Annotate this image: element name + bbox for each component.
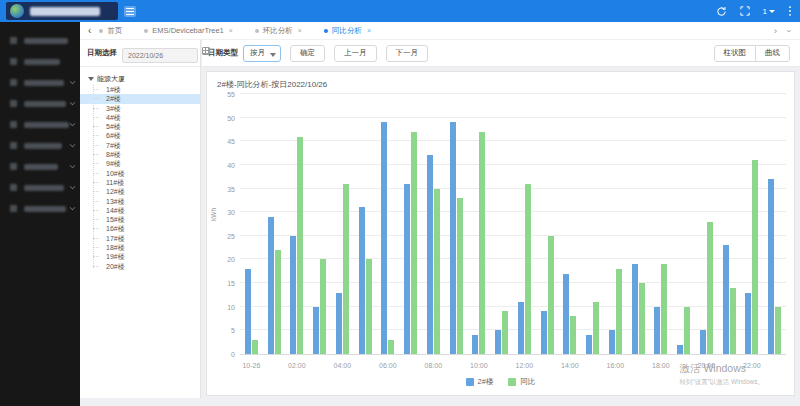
tree-item-20[interactable]: 20#楼 (80, 262, 200, 271)
chart-bar-2#楼[interactable] (768, 179, 774, 354)
chart-bar-同比[interactable] (252, 340, 258, 354)
tree-item-16[interactable]: 16#楼 (80, 224, 200, 233)
tree-item-9[interactable]: 9#楼 (80, 159, 200, 168)
tree-item-2[interactable]: 2#楼 (80, 94, 200, 103)
chart-bar-同比[interactable] (752, 160, 758, 354)
tree-root-node[interactable]: 能源大厦 (80, 74, 200, 84)
chart-bar-同比[interactable] (502, 311, 508, 354)
chart-bar-同比[interactable] (661, 264, 667, 354)
tree-item-6[interactable]: 6#楼 (80, 131, 200, 140)
tabs-dropdown-icon[interactable]: › (784, 29, 794, 32)
chart-bar-同比[interactable] (479, 132, 485, 354)
tree-item-18[interactable]: 18#楼 (80, 243, 200, 252)
chart-bar-2#楼[interactable] (404, 184, 410, 354)
tab-item-4[interactable]: 同比分析× (324, 26, 371, 36)
chart-bar-2#楼[interactable] (381, 122, 387, 354)
sidebar-item-blurred-4[interactable] (0, 93, 80, 114)
tree-item-10[interactable]: 10#楼 (80, 169, 200, 178)
chart-bar-2#楼[interactable] (245, 269, 251, 354)
chart-bar-同比[interactable] (707, 222, 713, 354)
user-menu[interactable]: 1 (763, 7, 775, 16)
chart-bar-2#楼[interactable] (563, 274, 569, 354)
chart-bar-2#楼[interactable] (700, 330, 706, 354)
sidebar-item-blurred-6[interactable] (0, 135, 80, 156)
chart-bar-2#楼[interactable] (609, 330, 615, 354)
tab-item-2[interactable]: EMS/DevicebarTree1× (144, 26, 233, 35)
chart-bar-同比[interactable] (593, 302, 599, 354)
tree-item-11[interactable]: 11#楼 (80, 178, 200, 187)
tree-item-4[interactable]: 4#楼 (80, 113, 200, 122)
refresh-icon[interactable] (716, 6, 727, 17)
tree-item-5[interactable]: 5#楼 (80, 122, 200, 131)
tree-item-12[interactable]: 12#楼 (80, 187, 200, 196)
sidebar-item-blurred-2[interactable] (0, 51, 80, 72)
sidebar-item-blurred-3[interactable] (0, 72, 80, 93)
chart-bar-同比[interactable] (457, 198, 463, 354)
chart-bar-同比[interactable] (388, 340, 394, 354)
calendar-icon[interactable] (202, 47, 210, 55)
tab-close-icon[interactable]: × (298, 27, 302, 34)
confirm-button[interactable]: 确定 (290, 45, 325, 62)
collapse-menu-icon[interactable] (124, 6, 136, 17)
chart-bar-同比[interactable] (684, 307, 690, 354)
next-month-button[interactable]: 下一月 (386, 45, 429, 62)
bar-chart-button[interactable]: 柱状图 (714, 45, 757, 62)
tree-item-7[interactable]: 7#楼 (80, 141, 200, 150)
chart-bar-同比[interactable] (616, 269, 622, 354)
chart-bar-2#楼[interactable] (632, 264, 638, 354)
sidebar-item-blurred-1[interactable] (0, 30, 80, 51)
date-type-select[interactable]: 按月 (243, 45, 281, 62)
chart-bar-2#楼[interactable] (336, 293, 342, 354)
sidebar-item-blurred-8[interactable] (0, 177, 80, 198)
chart-bar-同比[interactable] (434, 189, 440, 354)
legend-item-2#楼[interactable]: 2#楼 (466, 377, 494, 387)
chart-bar-2#楼[interactable] (472, 335, 478, 354)
chart-bar-2#楼[interactable] (313, 307, 319, 354)
fullscreen-icon[interactable] (740, 6, 750, 16)
chart-bar-2#楼[interactable] (359, 207, 365, 354)
chart-bar-2#楼[interactable] (677, 345, 683, 354)
tree-item-17[interactable]: 17#楼 (80, 234, 200, 243)
tree-item-15[interactable]: 15#楼 (80, 215, 200, 224)
tree-item-19[interactable]: 19#楼 (80, 252, 200, 261)
chart-bar-2#楼[interactable] (654, 307, 660, 354)
tree-item-1[interactable]: 1#楼 (80, 85, 200, 94)
chart-bar-2#楼[interactable] (541, 311, 547, 354)
tree-item-13[interactable]: 13#楼 (80, 197, 200, 206)
date-input[interactable] (122, 48, 198, 63)
tree-item-3[interactable]: 3#楼 (80, 104, 200, 113)
chart-bar-2#楼[interactable] (427, 155, 433, 354)
sidebar-item-blurred-7[interactable] (0, 156, 80, 177)
sidebar-item-blurred-9[interactable] (0, 198, 80, 219)
sidebar-item-blurred-5[interactable] (0, 114, 80, 135)
tab-item-3[interactable]: 环比分析× (255, 26, 302, 36)
more-options-icon[interactable] (788, 5, 792, 17)
chart-bar-2#楼[interactable] (518, 302, 524, 354)
chart-bar-2#楼[interactable] (723, 245, 729, 354)
chart-bar-同比[interactable] (297, 137, 303, 354)
chart-bar-同比[interactable] (639, 283, 645, 354)
tree-expand-icon[interactable] (88, 77, 94, 81)
tab-close-icon[interactable]: × (229, 27, 233, 34)
prev-month-button[interactable]: 上一月 (334, 45, 377, 62)
chart-bar-同比[interactable] (320, 259, 326, 354)
chart-bar-2#楼[interactable] (586, 335, 592, 354)
line-chart-button[interactable]: 曲线 (755, 45, 790, 62)
chart-bar-2#楼[interactable] (268, 217, 274, 354)
tab-item-1[interactable]: 首页 (99, 26, 122, 36)
chart-bar-同比[interactable] (730, 288, 736, 354)
chart-bar-2#楼[interactable] (495, 330, 501, 354)
tree-item-8[interactable]: 8#楼 (80, 150, 200, 159)
chart-bar-同比[interactable] (525, 184, 531, 354)
chart-bar-同比[interactable] (366, 259, 372, 354)
tabs-back-icon[interactable]: ‹ (88, 26, 91, 36)
chart-bar-同比[interactable] (548, 236, 554, 354)
chart-bar-2#楼[interactable] (290, 236, 296, 354)
tab-close-icon[interactable]: × (367, 27, 371, 34)
chart-bar-同比[interactable] (775, 307, 781, 354)
chart-bar-同比[interactable] (275, 250, 281, 354)
legend-item-同比[interactable]: 同比 (508, 377, 535, 387)
chart-bar-同比[interactable] (570, 316, 576, 354)
chart-bar-同比[interactable] (411, 132, 417, 354)
chart-bar-2#楼[interactable] (745, 293, 751, 354)
